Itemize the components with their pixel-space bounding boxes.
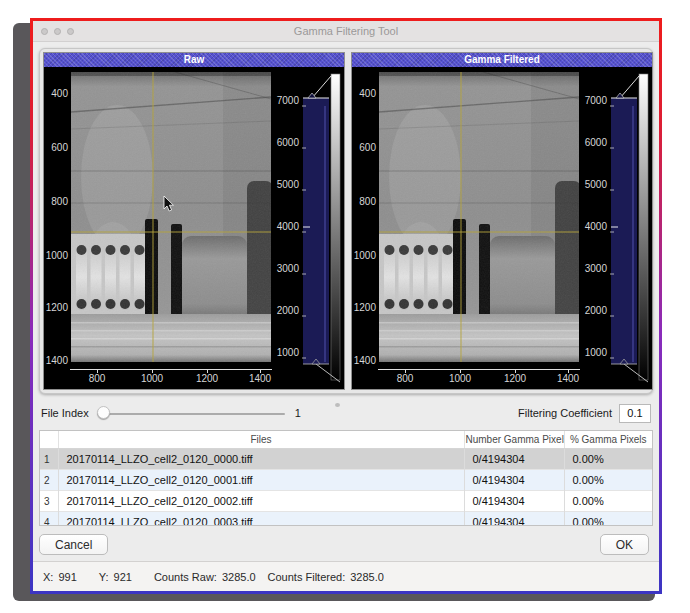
filtered-colorbar-labels: 7000600050004000300020001000 bbox=[580, 67, 610, 389]
file-row[interactable]: 420170114_LLZO_cell2_0120_0003.tiff0/419… bbox=[40, 512, 652, 527]
file-name-cell: 20170114_LLZO_cell2_0120_0002.tiff bbox=[58, 491, 464, 512]
cb-tick-label: 6000 bbox=[272, 137, 299, 148]
x-tick-label: 1000 bbox=[440, 373, 480, 384]
cb-tick-label: 1000 bbox=[272, 347, 299, 358]
y-tick-label: 1200 bbox=[44, 302, 68, 313]
x-tick-label: 800 bbox=[77, 373, 117, 384]
cb-tick-label: 3000 bbox=[580, 263, 607, 274]
status-counts-filtered-label: Counts Filtered: bbox=[268, 571, 346, 583]
cb-tick-label: 6000 bbox=[580, 137, 607, 148]
gamma-filtering-tool-window: Gamma Filtering Tool Raw 400600800100012… bbox=[30, 18, 662, 594]
gamma-pixels-cell: 0/4194304 bbox=[464, 449, 564, 470]
status-counts-filtered-value: 3285.0 bbox=[350, 571, 384, 583]
raw-x-axis: 800100012001400 bbox=[70, 362, 272, 389]
gamma-filtered-panel-title: Gamma Filtered bbox=[352, 53, 652, 67]
raw-image-plot[interactable] bbox=[71, 72, 271, 362]
file-name-cell: 20170114_LLZO_cell2_0120_0001.tiff bbox=[58, 470, 464, 491]
col-number-gamma-pixels[interactable]: Number Gamma Pixels bbox=[464, 431, 564, 449]
slider-thumb[interactable] bbox=[97, 406, 110, 419]
filtering-coefficient-label: Filtering Coefficient bbox=[518, 407, 612, 419]
y-tick-label: 1200 bbox=[352, 302, 376, 313]
filtered-image-column: 800100012001400 bbox=[378, 67, 580, 389]
row-number-cell: 3 bbox=[40, 491, 58, 512]
controls-row: File Index 1 Filtering Coefficient bbox=[41, 404, 651, 422]
col-files[interactable]: Files bbox=[58, 431, 464, 449]
y-tick-label: 600 bbox=[352, 142, 376, 153]
table-header-row: Files Number Gamma Pixels % Gamma Pixels bbox=[40, 431, 652, 449]
file-row[interactable]: 220170114_LLZO_cell2_0120_0001.tiff0/419… bbox=[40, 470, 652, 491]
status-counts-raw-label: Counts Raw: bbox=[154, 571, 217, 583]
slider-track[interactable] bbox=[97, 413, 285, 415]
gamma-filtered-plot-body: 400600800100012001400 bbox=[352, 67, 652, 389]
status-bar: X: 991 Y: 921 Counts Raw: 3285.0 Counts … bbox=[33, 561, 659, 591]
ok-button[interactable]: OK bbox=[600, 534, 649, 555]
cb-tick-label: 2000 bbox=[580, 305, 607, 316]
cb-tick-label: 1000 bbox=[580, 347, 607, 358]
raw-panel-title: Raw bbox=[44, 53, 344, 67]
cb-tick-label: 5000 bbox=[580, 179, 607, 190]
x-tick-label: 1200 bbox=[495, 373, 535, 384]
file-name-cell: 20170114_LLZO_cell2_0120_0003.tiff bbox=[58, 512, 464, 527]
filtered-y-axis-labels: 400600800100012001400 bbox=[352, 67, 378, 389]
x-tick-label: 1000 bbox=[132, 373, 172, 384]
file-row[interactable]: 320170114_LLZO_cell2_0120_0002.tiff0/419… bbox=[40, 491, 652, 512]
window-titlebar[interactable]: Gamma Filtering Tool bbox=[33, 21, 659, 42]
y-tick-label: 1400 bbox=[44, 355, 68, 366]
y-tick-label: 800 bbox=[44, 196, 68, 207]
pct-gamma-cell: 0.00% bbox=[564, 491, 652, 512]
status-counts-raw-value: 3285.0 bbox=[222, 571, 256, 583]
gamma-filtered-panel: Gamma Filtered 400600800100012001400 bbox=[351, 52, 653, 390]
gamma-filtered-image-plot[interactable] bbox=[379, 72, 579, 362]
x-axis-line bbox=[70, 369, 272, 370]
minimize-window-button[interactable] bbox=[54, 28, 61, 35]
y-tick-label: 600 bbox=[44, 142, 68, 153]
status-y-label: Y: bbox=[99, 571, 109, 583]
raw-histogram-colorbar[interactable] bbox=[302, 67, 344, 389]
desktop-background: Gamma Filtering Tool Raw 400600800100012… bbox=[0, 0, 690, 613]
col-pct-gamma-pixels[interactable]: % Gamma Pixels bbox=[564, 431, 652, 449]
file-index-label: File Index bbox=[41, 407, 89, 419]
cb-tick-label: 2000 bbox=[272, 305, 299, 316]
filtered-histogram-colorbar[interactable] bbox=[610, 67, 652, 389]
row-number-cell: 2 bbox=[40, 470, 58, 491]
pct-gamma-cell: 0.00% bbox=[564, 470, 652, 491]
cb-tick-label: 7000 bbox=[272, 95, 299, 106]
gamma-pixels-cell: 0/4194304 bbox=[464, 491, 564, 512]
y-tick-label: 1000 bbox=[44, 250, 68, 261]
splitter-dot[interactable] bbox=[335, 403, 340, 407]
raw-plot-body: 400600800100012001400 bbox=[44, 67, 344, 389]
pct-gamma-cell: 0.00% bbox=[564, 449, 652, 470]
y-tick-label: 1400 bbox=[352, 355, 376, 366]
window-title: Gamma Filtering Tool bbox=[33, 21, 659, 41]
raw-image-column: 800100012001400 bbox=[70, 67, 272, 389]
files-table: Files Number Gamma Pixels % Gamma Pixels… bbox=[39, 430, 653, 526]
status-x-label: X: bbox=[43, 571, 53, 583]
zoom-window-button[interactable] bbox=[67, 28, 74, 35]
file-index-slider[interactable] bbox=[95, 405, 285, 421]
traffic-lights bbox=[41, 21, 74, 41]
file-index-value: 1 bbox=[295, 407, 301, 419]
cb-tick-label: 7000 bbox=[580, 95, 607, 106]
x-tick-label: 1400 bbox=[240, 373, 272, 384]
y-tick-label: 1000 bbox=[352, 250, 376, 261]
status-y-value: 921 bbox=[114, 571, 132, 583]
close-window-button[interactable] bbox=[41, 28, 48, 35]
x-tick-label: 1400 bbox=[548, 373, 580, 384]
x-axis-line bbox=[378, 369, 580, 370]
filtering-coefficient-input[interactable] bbox=[619, 404, 651, 423]
x-tick-label: 800 bbox=[385, 373, 425, 384]
pct-gamma-cell: 0.00% bbox=[564, 512, 652, 527]
file-row[interactable]: 120170114_LLZO_cell2_0120_0000.tiff0/419… bbox=[40, 449, 652, 470]
image-panels-container: Raw 400600800100012001400 bbox=[39, 48, 653, 394]
cancel-button[interactable]: Cancel bbox=[39, 534, 108, 555]
cb-tick-label: 3000 bbox=[272, 263, 299, 274]
y-tick-label: 400 bbox=[44, 88, 68, 99]
y-tick-label: 800 bbox=[352, 196, 376, 207]
row-number-cell: 4 bbox=[40, 512, 58, 527]
cb-tick-label: 4000 bbox=[580, 221, 607, 232]
raw-panel: Raw 400600800100012001400 bbox=[43, 52, 345, 390]
filtered-x-axis: 800100012001400 bbox=[378, 362, 580, 389]
gamma-pixels-cell: 0/4194304 bbox=[464, 470, 564, 491]
cb-tick-label: 5000 bbox=[272, 179, 299, 190]
file-name-cell: 20170114_LLZO_cell2_0120_0000.tiff bbox=[58, 449, 464, 470]
